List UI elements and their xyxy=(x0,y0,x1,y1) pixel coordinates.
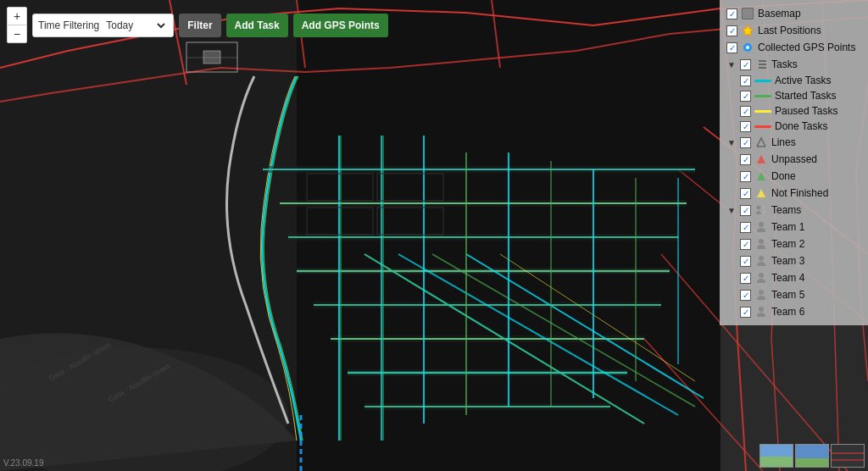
legend-item-basemap[interactable]: Basemap xyxy=(720,5,868,22)
team3-icon xyxy=(754,254,768,268)
lines-collapse-icon[interactable]: ▼ xyxy=(726,137,737,147)
legend-checkbox-paused-tasks[interactable] xyxy=(740,106,751,117)
lines-icon xyxy=(754,136,768,149)
tasks-icon xyxy=(754,58,768,71)
legend-label-team1: Team 1 xyxy=(771,221,804,233)
version-label: V.23.09.19 xyxy=(3,458,43,468)
svg-rect-15 xyxy=(203,51,220,64)
zoom-out-button[interactable]: − xyxy=(8,25,26,42)
legend-label-done-lines: Done xyxy=(771,170,796,182)
legend-checkbox-team5[interactable] xyxy=(740,290,751,301)
svg-point-69 xyxy=(756,64,759,66)
svg-point-73 xyxy=(759,222,764,227)
svg-point-70 xyxy=(756,67,759,69)
legend-label-last-positions: Last Positions xyxy=(758,25,821,36)
legend-checkbox-active-tasks[interactable] xyxy=(740,75,751,86)
legend-section-tasks[interactable]: ▼ Tasks xyxy=(720,56,868,73)
legend-checkbox-basemap[interactable] xyxy=(726,8,737,19)
legend-checkbox-tasks[interactable] xyxy=(740,59,751,70)
legend-item-started-tasks[interactable]: Started Tasks xyxy=(733,88,868,103)
zoom-controls: + − xyxy=(7,7,27,43)
legend-checkbox-last-positions[interactable] xyxy=(726,25,737,36)
legend-item-done-lines[interactable]: Done xyxy=(733,168,868,185)
teams-icon xyxy=(754,203,768,217)
legend-checkbox-team1[interactable] xyxy=(740,222,751,233)
time-filter-label: Time Filtering xyxy=(38,19,99,31)
add-gps-button[interactable]: Add GPS Points xyxy=(293,14,388,37)
legend-item-team3[interactable]: Team 3 xyxy=(733,252,868,269)
time-filter-select[interactable]: Today Yesterday This Week xyxy=(103,19,168,32)
done-lines-icon xyxy=(754,169,768,183)
svg-rect-83 xyxy=(832,445,865,468)
svg-point-75 xyxy=(759,256,764,261)
legend-panel: Basemap Last Positions Collected GPS Poi… xyxy=(720,0,868,325)
legend-label-teams: Teams xyxy=(771,204,801,216)
legend-label-done-tasks: Done Tasks xyxy=(775,120,827,132)
legend-item-done-tasks[interactable]: Done Tasks xyxy=(733,119,868,134)
tasks-collapse-icon[interactable]: ▼ xyxy=(726,59,737,69)
filter-button[interactable]: Filter xyxy=(179,14,220,37)
legend-checkbox-team6[interactable] xyxy=(740,307,751,318)
legend-item-team1[interactable]: Team 1 xyxy=(733,219,868,236)
legend-item-collected-gps[interactable]: Collected GPS Points xyxy=(720,39,868,56)
legend-section-teams[interactable]: ▼ Teams xyxy=(720,202,868,219)
legend-checkbox-started-tasks[interactable] xyxy=(740,91,751,102)
svg-rect-80 xyxy=(760,457,793,468)
team4-icon xyxy=(754,271,768,285)
legend-label-unpassed: Unpassed xyxy=(771,153,817,165)
svg-point-74 xyxy=(759,239,764,244)
legend-checkbox-teams[interactable] xyxy=(740,205,751,216)
legend-label-paused-tasks: Paused Tasks xyxy=(775,105,838,117)
paused-tasks-color xyxy=(754,110,771,113)
legend-checkbox-done-tasks[interactable] xyxy=(740,121,751,132)
legend-item-team4[interactable]: Team 4 xyxy=(733,269,868,286)
legend-item-team5[interactable]: Team 5 xyxy=(733,286,868,303)
legend-item-active-tasks[interactable]: Active Tasks xyxy=(733,73,868,88)
legend-checkbox-team2[interactable] xyxy=(740,239,751,250)
legend-checkbox-team4[interactable] xyxy=(740,273,751,284)
map-thumb-1[interactable] xyxy=(760,444,793,468)
map-container[interactable]: Gata - Ataulfin street Gata - Ataulfin s… xyxy=(0,0,868,471)
legend-item-team6[interactable]: Team 6 xyxy=(733,303,868,320)
unpassed-icon xyxy=(754,152,768,166)
svg-point-64 xyxy=(746,46,749,49)
legend-label-basemap: Basemap xyxy=(758,8,801,19)
legend-label-started-tasks: Started Tasks xyxy=(775,90,836,102)
add-task-button[interactable]: Add Task xyxy=(226,14,288,37)
done-tasks-color xyxy=(754,125,771,128)
legend-item-paused-tasks[interactable]: Paused Tasks xyxy=(733,103,868,119)
legend-checkbox-team3[interactable] xyxy=(740,256,751,267)
legend-label-tasks: Tasks xyxy=(771,58,798,70)
active-tasks-color xyxy=(754,80,771,82)
legend-checkbox-not-finished[interactable] xyxy=(740,188,751,199)
legend-label-team4: Team 4 xyxy=(771,272,804,284)
legend-label-collected-gps: Collected GPS Points xyxy=(758,42,855,53)
legend-label-lines: Lines xyxy=(771,136,796,148)
legend-section-lines[interactable]: ▼ Lines xyxy=(720,134,868,151)
legend-label-team2: Team 2 xyxy=(771,238,804,250)
map-thumb-3[interactable] xyxy=(831,444,865,468)
svg-marker-62 xyxy=(743,25,753,36)
map-thumb-2[interactable] xyxy=(795,444,829,468)
svg-point-78 xyxy=(759,307,764,312)
svg-rect-82 xyxy=(796,458,829,468)
legend-item-not-finished[interactable]: Not Finished xyxy=(733,185,868,202)
legend-item-team2[interactable]: Team 2 xyxy=(733,236,868,252)
teams-collapse-icon[interactable]: ▼ xyxy=(726,205,737,215)
not-finished-icon xyxy=(754,186,768,200)
basemap-icon xyxy=(741,7,754,20)
map-thumbnails xyxy=(760,444,865,468)
time-filter-group: Time Filtering Today Yesterday This Week xyxy=(32,14,174,37)
toolbar: + − Time Filtering Today Yesterday This … xyxy=(7,7,388,43)
legend-checkbox-unpassed[interactable] xyxy=(740,154,751,165)
legend-item-last-positions[interactable]: Last Positions xyxy=(720,22,868,39)
legend-checkbox-collected-gps[interactable] xyxy=(726,42,737,53)
zoom-in-button[interactable]: + xyxy=(8,8,26,25)
legend-checkbox-lines[interactable] xyxy=(740,137,751,148)
svg-point-76 xyxy=(759,273,764,278)
legend-item-unpassed[interactable]: Unpassed xyxy=(733,151,868,168)
legend-label-team3: Team 3 xyxy=(771,255,804,267)
last-positions-icon xyxy=(741,24,754,37)
team1-icon xyxy=(754,220,768,234)
legend-checkbox-done-lines[interactable] xyxy=(740,171,751,182)
